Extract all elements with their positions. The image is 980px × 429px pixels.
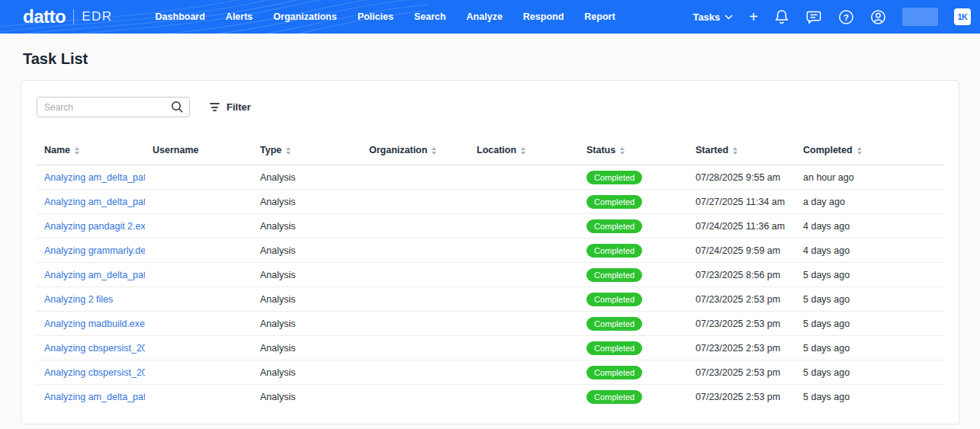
column-header-username: Username: [145, 145, 252, 165]
cell-username: [145, 165, 252, 190]
sort-icon[interactable]: [432, 147, 436, 155]
table-row: Analyzing am_delta_patAnalysisCompleted0…: [37, 190, 943, 214]
column-header-name[interactable]: Name: [37, 145, 145, 165]
cell-username: [145, 263, 252, 287]
notifications-button[interactable]: [774, 8, 789, 25]
filter-button[interactable]: Filter: [210, 101, 251, 113]
status-badge: Completed: [586, 268, 642, 282]
cell-status: Completed: [579, 312, 688, 336]
search-input[interactable]: [37, 97, 190, 117]
column-header-location[interactable]: Location: [469, 145, 579, 165]
column-header-type[interactable]: Type: [252, 145, 361, 165]
product-name: EDR: [82, 9, 112, 24]
column-header-started[interactable]: Started: [688, 145, 795, 165]
help-button[interactable]: ?: [838, 9, 854, 25]
cell-name: Analyzing cbspersist_20: [37, 360, 145, 385]
cell-name: Analyzing am_delta_pat: [37, 263, 145, 287]
cell-started: 07/24/2025 11:36 am: [688, 214, 795, 239]
sort-icon[interactable]: [75, 147, 79, 155]
sort-icon[interactable]: [620, 147, 625, 155]
column-header-organization[interactable]: Organization: [361, 145, 469, 165]
cell-location: [469, 214, 579, 239]
task-name-link[interactable]: Analyzing cbspersist_20: [44, 343, 145, 354]
task-name-link[interactable]: Analyzing 2 files: [44, 294, 113, 305]
logo-divider: [73, 9, 74, 24]
add-button[interactable]: +: [749, 9, 758, 24]
brand-name: datto: [23, 8, 66, 26]
cell-status: Completed: [579, 239, 688, 263]
task-name-link[interactable]: Analyzing am_delta_pat: [44, 172, 145, 183]
table-row: Analyzing pandagit 2.exAnalysisCompleted…: [37, 214, 943, 239]
toolbar: Filter: [37, 97, 943, 117]
column-header-status[interactable]: Status: [579, 145, 688, 165]
cell-location: [469, 263, 579, 287]
svg-text:?: ?: [843, 12, 849, 21]
table-row: Analyzing am_delta_patAnalysisCompleted0…: [37, 385, 943, 409]
cell-status: Completed: [579, 385, 688, 409]
cell-organization: [361, 385, 469, 409]
sort-icon[interactable]: [857, 147, 862, 155]
cell-status: Completed: [579, 263, 688, 287]
cell-type: Analysis: [252, 385, 361, 409]
search-icon[interactable]: [171, 101, 184, 114]
task-name-link[interactable]: Analyzing am_delta_pat: [44, 392, 145, 402]
cell-username: [145, 287, 252, 312]
status-badge: Completed: [586, 195, 642, 209]
cell-type: Analysis: [252, 263, 361, 287]
sort-icon[interactable]: [733, 147, 737, 155]
column-header-label: Organization: [369, 145, 427, 155]
nav-item-organizations[interactable]: Organizations: [273, 11, 336, 22]
cell-started: 07/27/2025 11:34 am: [688, 190, 795, 214]
nav-item-dashboard[interactable]: Dashboard: [156, 11, 205, 22]
status-badge: Completed: [586, 341, 642, 355]
topbar-right-cluster: Tasks + ?: [692, 8, 980, 26]
task-name-link[interactable]: Analyzing grammarly.de: [44, 245, 145, 256]
messages-button[interactable]: [805, 9, 822, 25]
column-header-completed[interactable]: Completed: [795, 145, 943, 165]
column-header-label: Type: [260, 145, 281, 155]
cell-status: Completed: [579, 336, 688, 360]
cell-username: [145, 190, 252, 214]
nav-item-alerts[interactable]: Alerts: [226, 11, 252, 22]
cell-organization: [361, 312, 469, 336]
bell-icon: [774, 8, 789, 25]
cell-started: 07/23/2025 2:53 pm: [688, 360, 795, 385]
table-row: Analyzing madbuild.exeAnalysisCompleted0…: [37, 312, 943, 336]
nav-item-policies[interactable]: Policies: [358, 11, 394, 22]
sort-icon[interactable]: [286, 147, 291, 155]
cell-organization: [361, 360, 469, 385]
kaseya-badge[interactable]: 1K: [954, 8, 971, 25]
task-name-link[interactable]: Analyzing pandagit 2.ex: [44, 221, 145, 232]
table-row: Analyzing cbspersist_20AnalysisCompleted…: [37, 360, 943, 385]
datto-edr-logo[interactable]: datto EDR: [23, 8, 113, 26]
cell-status: Completed: [579, 360, 688, 385]
cell-completed: 4 days ago: [795, 214, 943, 239]
task-name-link[interactable]: Analyzing madbuild.exe: [44, 319, 145, 329]
cell-location: [469, 385, 579, 409]
table-row: Analyzing grammarly.deAnalysisCompleted0…: [37, 239, 943, 263]
nav-item-respond[interactable]: Respond: [523, 11, 564, 22]
tasks-dropdown[interactable]: Tasks: [692, 11, 733, 23]
cell-completed: 5 days ago: [795, 287, 943, 312]
nav-item-search[interactable]: Search: [414, 11, 446, 22]
cell-username: [145, 360, 252, 385]
nav-item-analyze[interactable]: Analyze: [467, 11, 503, 22]
cell-completed: 4 days ago: [795, 239, 943, 263]
nav-item-report[interactable]: Report: [584, 11, 615, 22]
cell-location: [469, 239, 579, 263]
task-table: NameUsernameTypeOrganizationLocationStat…: [37, 145, 943, 409]
cell-organization: [361, 214, 469, 239]
table-body: Analyzing am_delta_patAnalysisCompleted0…: [37, 165, 943, 409]
account-button[interactable]: [870, 9, 886, 25]
sort-icon[interactable]: [521, 147, 525, 155]
cell-organization: [361, 165, 469, 190]
top-navigation-bar: datto EDR DashboardAlertsOrganizationsPo…: [0, 0, 980, 34]
cell-username: [145, 385, 252, 409]
cell-organization: [361, 263, 469, 287]
task-name-link[interactable]: Analyzing cbspersist_20: [44, 367, 145, 378]
task-name-link[interactable]: Analyzing am_delta_pat: [44, 197, 145, 207]
status-badge: Completed: [586, 390, 642, 404]
cell-name: Analyzing am_delta_pat: [37, 190, 145, 214]
cell-completed: an hour ago: [795, 165, 943, 190]
task-name-link[interactable]: Analyzing am_delta_pat: [44, 270, 145, 280]
